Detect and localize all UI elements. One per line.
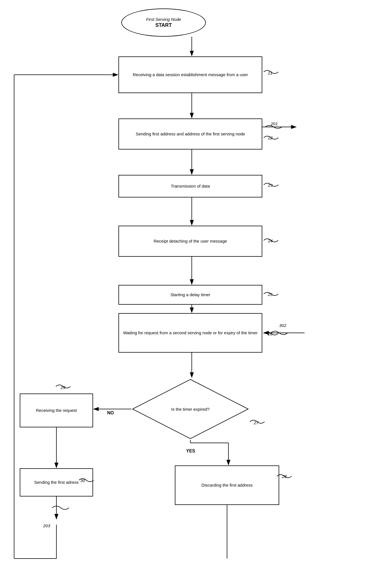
diamond-27: Is the timer expired?: [131, 378, 250, 440]
ref-302: 302: [279, 323, 286, 328]
box-29: Receiving the request: [20, 394, 93, 427]
diamond-27-text: Is the timer expired?: [162, 407, 219, 412]
box-23-text: Transmission of data: [171, 183, 210, 189]
box-30-text: Sending the first adress: [34, 480, 79, 485]
box-21-text: Receiving a data session establishment m…: [133, 72, 248, 78]
ref-29: 29: [61, 385, 65, 390]
box-26-text: Waiting for request from a second servin…: [123, 330, 257, 336]
box-24: Receipt detaching of the user message: [118, 226, 262, 257]
ref-201: 201: [271, 121, 278, 126]
start-line2: START: [146, 22, 181, 28]
box-28-text: Discarding the first address: [201, 482, 253, 488]
ref-25: 25: [268, 292, 273, 297]
flowchart-diagram: First Serving Node START Receiving a dat…: [0, 0, 392, 578]
start-line1: First Serving Node: [146, 17, 181, 22]
ref-21: 21: [268, 71, 273, 75]
ref-203: 203: [43, 523, 50, 528]
no-label: NO: [107, 410, 114, 416]
ref-27: 27: [254, 420, 259, 425]
ref-30: 30: [80, 478, 85, 483]
ref-26: 26: [268, 331, 273, 336]
box-25: Starting a delay timer: [118, 285, 262, 305]
box-22-text: Sending first address and address of the…: [136, 131, 245, 137]
box-29-text: Receiving the request: [36, 408, 77, 413]
box-23: Transmission of data: [118, 175, 262, 197]
ref-22: 22: [268, 135, 273, 140]
ref-23: 23: [268, 183, 273, 188]
box-24-text: Receipt detaching of the user message: [154, 238, 227, 244]
box-28: Discarding the first address: [175, 465, 279, 505]
ref-28: 28: [282, 474, 287, 479]
yes-label: YES: [186, 449, 195, 454]
start-ellipse: First Serving Node START: [121, 8, 206, 37]
box-26: Waiting for request from a second servin…: [118, 313, 262, 353]
box-21: Receiving a data session establishment m…: [118, 56, 262, 93]
box-22: Sending first address and address of the…: [118, 118, 262, 150]
ref-24: 24: [268, 238, 273, 243]
box-25-text: Starting a delay timer: [170, 292, 210, 298]
